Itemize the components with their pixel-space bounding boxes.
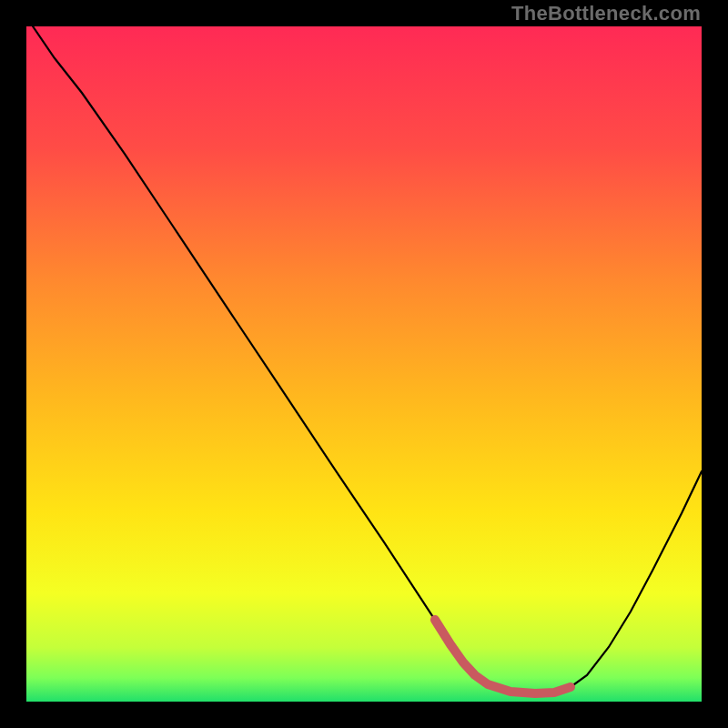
gradient-backdrop xyxy=(26,26,702,702)
bottleneck-chart xyxy=(26,26,702,702)
watermark-text: TheBottleneck.com xyxy=(511,2,701,25)
chart-frame xyxy=(26,26,702,702)
